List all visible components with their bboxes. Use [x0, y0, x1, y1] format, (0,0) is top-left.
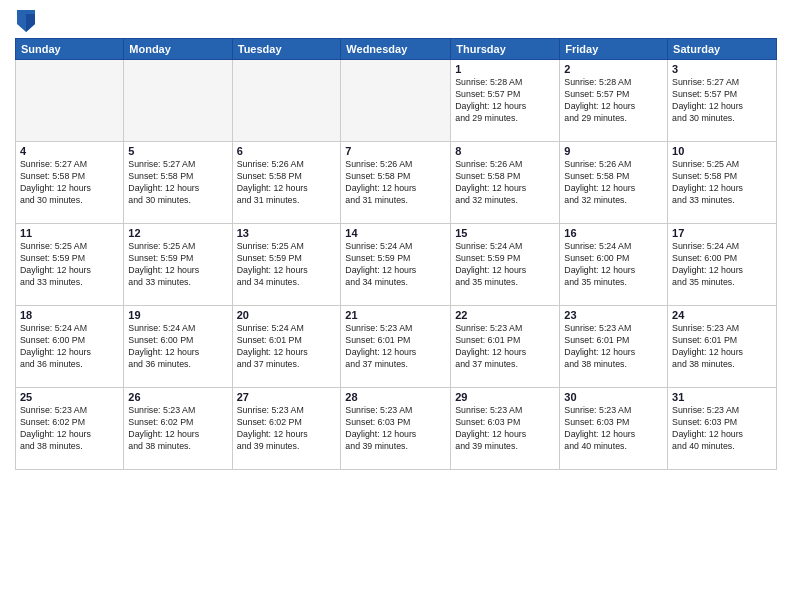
- week-row-3: 11Sunrise: 5:25 AM Sunset: 5:59 PM Dayli…: [16, 224, 777, 306]
- day-number: 21: [345, 309, 446, 321]
- svg-marker-1: [26, 14, 35, 32]
- calendar-cell: 18Sunrise: 5:24 AM Sunset: 6:00 PM Dayli…: [16, 306, 124, 388]
- day-number: 4: [20, 145, 119, 157]
- calendar-cell: [341, 60, 451, 142]
- day-number: 16: [564, 227, 663, 239]
- calendar-cell: 14Sunrise: 5:24 AM Sunset: 5:59 PM Dayli…: [341, 224, 451, 306]
- day-info: Sunrise: 5:24 AM Sunset: 6:00 PM Dayligh…: [128, 323, 227, 371]
- day-info: Sunrise: 5:25 AM Sunset: 5:59 PM Dayligh…: [128, 241, 227, 289]
- calendar-cell: 7Sunrise: 5:26 AM Sunset: 5:58 PM Daylig…: [341, 142, 451, 224]
- weekday-header-wednesday: Wednesday: [341, 39, 451, 60]
- calendar-cell: 30Sunrise: 5:23 AM Sunset: 6:03 PM Dayli…: [560, 388, 668, 470]
- day-number: 1: [455, 63, 555, 75]
- calendar-cell: 31Sunrise: 5:23 AM Sunset: 6:03 PM Dayli…: [668, 388, 777, 470]
- day-info: Sunrise: 5:24 AM Sunset: 6:00 PM Dayligh…: [564, 241, 663, 289]
- day-info: Sunrise: 5:23 AM Sunset: 6:01 PM Dayligh…: [564, 323, 663, 371]
- calendar-cell: 12Sunrise: 5:25 AM Sunset: 5:59 PM Dayli…: [124, 224, 232, 306]
- day-info: Sunrise: 5:25 AM Sunset: 5:59 PM Dayligh…: [237, 241, 337, 289]
- day-info: Sunrise: 5:24 AM Sunset: 5:59 PM Dayligh…: [345, 241, 446, 289]
- day-info: Sunrise: 5:23 AM Sunset: 6:02 PM Dayligh…: [20, 405, 119, 453]
- calendar-cell: 1Sunrise: 5:28 AM Sunset: 5:57 PM Daylig…: [451, 60, 560, 142]
- day-info: Sunrise: 5:28 AM Sunset: 5:57 PM Dayligh…: [455, 77, 555, 125]
- day-info: Sunrise: 5:23 AM Sunset: 6:02 PM Dayligh…: [237, 405, 337, 453]
- week-row-2: 4Sunrise: 5:27 AM Sunset: 5:58 PM Daylig…: [16, 142, 777, 224]
- day-number: 30: [564, 391, 663, 403]
- calendar-cell: 19Sunrise: 5:24 AM Sunset: 6:00 PM Dayli…: [124, 306, 232, 388]
- day-info: Sunrise: 5:26 AM Sunset: 5:58 PM Dayligh…: [237, 159, 337, 207]
- calendar-cell: 23Sunrise: 5:23 AM Sunset: 6:01 PM Dayli…: [560, 306, 668, 388]
- day-info: Sunrise: 5:27 AM Sunset: 5:58 PM Dayligh…: [20, 159, 119, 207]
- day-info: Sunrise: 5:27 AM Sunset: 5:57 PM Dayligh…: [672, 77, 772, 125]
- day-number: 12: [128, 227, 227, 239]
- calendar-cell: 20Sunrise: 5:24 AM Sunset: 6:01 PM Dayli…: [232, 306, 341, 388]
- day-number: 7: [345, 145, 446, 157]
- day-info: Sunrise: 5:23 AM Sunset: 6:01 PM Dayligh…: [672, 323, 772, 371]
- calendar-cell: 4Sunrise: 5:27 AM Sunset: 5:58 PM Daylig…: [16, 142, 124, 224]
- calendar-cell: [16, 60, 124, 142]
- day-number: 29: [455, 391, 555, 403]
- day-info: Sunrise: 5:23 AM Sunset: 6:03 PM Dayligh…: [672, 405, 772, 453]
- calendar-cell: 28Sunrise: 5:23 AM Sunset: 6:03 PM Dayli…: [341, 388, 451, 470]
- day-info: Sunrise: 5:24 AM Sunset: 6:00 PM Dayligh…: [672, 241, 772, 289]
- day-number: 10: [672, 145, 772, 157]
- day-info: Sunrise: 5:23 AM Sunset: 6:03 PM Dayligh…: [564, 405, 663, 453]
- day-info: Sunrise: 5:24 AM Sunset: 6:00 PM Dayligh…: [20, 323, 119, 371]
- weekday-header-friday: Friday: [560, 39, 668, 60]
- calendar-cell: [124, 60, 232, 142]
- day-number: 2: [564, 63, 663, 75]
- day-info: Sunrise: 5:26 AM Sunset: 5:58 PM Dayligh…: [455, 159, 555, 207]
- calendar-cell: 13Sunrise: 5:25 AM Sunset: 5:59 PM Dayli…: [232, 224, 341, 306]
- calendar-cell: 3Sunrise: 5:27 AM Sunset: 5:57 PM Daylig…: [668, 60, 777, 142]
- day-number: 13: [237, 227, 337, 239]
- day-number: 31: [672, 391, 772, 403]
- calendar-cell: 5Sunrise: 5:27 AM Sunset: 5:58 PM Daylig…: [124, 142, 232, 224]
- day-number: 15: [455, 227, 555, 239]
- header: [15, 10, 777, 32]
- week-row-5: 25Sunrise: 5:23 AM Sunset: 6:02 PM Dayli…: [16, 388, 777, 470]
- day-number: 26: [128, 391, 227, 403]
- calendar-cell: 21Sunrise: 5:23 AM Sunset: 6:01 PM Dayli…: [341, 306, 451, 388]
- day-info: Sunrise: 5:24 AM Sunset: 6:01 PM Dayligh…: [237, 323, 337, 371]
- calendar-cell: [232, 60, 341, 142]
- day-info: Sunrise: 5:25 AM Sunset: 5:58 PM Dayligh…: [672, 159, 772, 207]
- day-number: 8: [455, 145, 555, 157]
- calendar-cell: 25Sunrise: 5:23 AM Sunset: 6:02 PM Dayli…: [16, 388, 124, 470]
- logo-icon: [17, 10, 35, 32]
- day-number: 18: [20, 309, 119, 321]
- calendar-cell: 22Sunrise: 5:23 AM Sunset: 6:01 PM Dayli…: [451, 306, 560, 388]
- weekday-header-tuesday: Tuesday: [232, 39, 341, 60]
- day-number: 27: [237, 391, 337, 403]
- calendar-cell: 9Sunrise: 5:26 AM Sunset: 5:58 PM Daylig…: [560, 142, 668, 224]
- day-number: 24: [672, 309, 772, 321]
- day-info: Sunrise: 5:25 AM Sunset: 5:59 PM Dayligh…: [20, 241, 119, 289]
- calendar-cell: 10Sunrise: 5:25 AM Sunset: 5:58 PM Dayli…: [668, 142, 777, 224]
- calendar-cell: 6Sunrise: 5:26 AM Sunset: 5:58 PM Daylig…: [232, 142, 341, 224]
- weekday-header-thursday: Thursday: [451, 39, 560, 60]
- weekday-header-row: SundayMondayTuesdayWednesdayThursdayFrid…: [16, 39, 777, 60]
- day-number: 28: [345, 391, 446, 403]
- calendar-cell: 16Sunrise: 5:24 AM Sunset: 6:00 PM Dayli…: [560, 224, 668, 306]
- calendar-cell: 2Sunrise: 5:28 AM Sunset: 5:57 PM Daylig…: [560, 60, 668, 142]
- calendar-cell: 26Sunrise: 5:23 AM Sunset: 6:02 PM Dayli…: [124, 388, 232, 470]
- day-number: 25: [20, 391, 119, 403]
- day-number: 9: [564, 145, 663, 157]
- day-number: 19: [128, 309, 227, 321]
- weekday-header-saturday: Saturday: [668, 39, 777, 60]
- page: SundayMondayTuesdayWednesdayThursdayFrid…: [0, 0, 792, 612]
- calendar-cell: 8Sunrise: 5:26 AM Sunset: 5:58 PM Daylig…: [451, 142, 560, 224]
- day-number: 20: [237, 309, 337, 321]
- day-number: 3: [672, 63, 772, 75]
- day-number: 22: [455, 309, 555, 321]
- calendar-cell: 15Sunrise: 5:24 AM Sunset: 5:59 PM Dayli…: [451, 224, 560, 306]
- calendar-cell: 27Sunrise: 5:23 AM Sunset: 6:02 PM Dayli…: [232, 388, 341, 470]
- day-info: Sunrise: 5:26 AM Sunset: 5:58 PM Dayligh…: [564, 159, 663, 207]
- calendar-cell: 17Sunrise: 5:24 AM Sunset: 6:00 PM Dayli…: [668, 224, 777, 306]
- week-row-4: 18Sunrise: 5:24 AM Sunset: 6:00 PM Dayli…: [16, 306, 777, 388]
- calendar-table: SundayMondayTuesdayWednesdayThursdayFrid…: [15, 38, 777, 470]
- day-number: 5: [128, 145, 227, 157]
- day-info: Sunrise: 5:23 AM Sunset: 6:02 PM Dayligh…: [128, 405, 227, 453]
- weekday-header-sunday: Sunday: [16, 39, 124, 60]
- week-row-1: 1Sunrise: 5:28 AM Sunset: 5:57 PM Daylig…: [16, 60, 777, 142]
- day-info: Sunrise: 5:24 AM Sunset: 5:59 PM Dayligh…: [455, 241, 555, 289]
- day-info: Sunrise: 5:23 AM Sunset: 6:03 PM Dayligh…: [345, 405, 446, 453]
